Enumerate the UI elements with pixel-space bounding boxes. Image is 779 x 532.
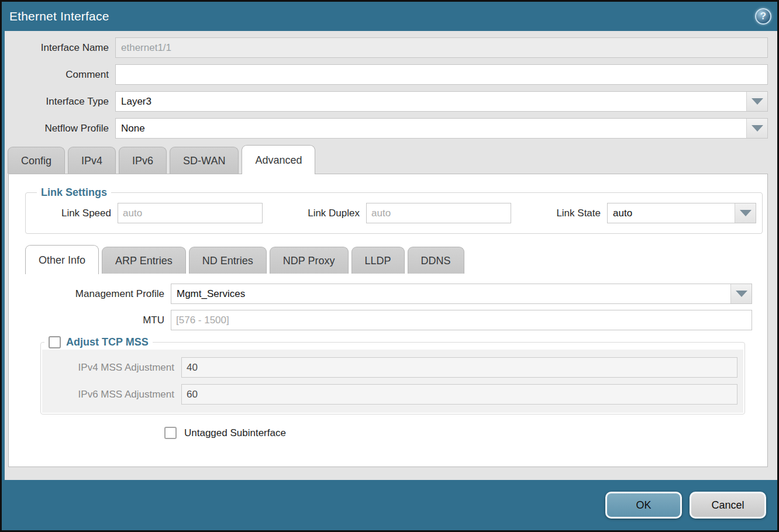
link-speed-label: Link Speed — [32, 208, 118, 219]
ipv4-mss-label: IPv4 MSS Adjustment — [42, 362, 181, 374]
interface-name-row: Interface Name ethernet1/1 — [6, 37, 768, 58]
link-duplex-input[interactable] — [366, 203, 511, 223]
other-info-panel: Management Profile Mgmt_Services MTU Adj… — [17, 284, 759, 439]
mtu-label: MTU — [17, 315, 171, 326]
dialog-title: Ethernet Interface — [9, 9, 109, 23]
management-profile-dropdown-button[interactable] — [730, 284, 752, 303]
subtab-other-info[interactable]: Other Info — [25, 245, 99, 274]
adjust-tcp-mss-checkbox[interactable] — [49, 336, 61, 348]
untagged-subinterface-checkbox[interactable] — [164, 427, 177, 439]
link-settings-fieldset: Link Settings Link Speed Link Duplex Lin… — [25, 186, 763, 234]
interface-name-field: ethernet1/1 — [115, 37, 768, 58]
link-state-dropdown-button[interactable] — [735, 203, 756, 223]
untagged-subinterface-label: Untagged Subinterface — [184, 427, 286, 439]
subtab-ndp-proxy[interactable]: NDP Proxy — [270, 247, 349, 274]
tab-ipv4[interactable]: IPv4 — [68, 147, 116, 174]
chevron-down-icon — [752, 98, 763, 105]
ipv6-mss-input — [181, 384, 737, 405]
ipv6-mss-label: IPv6 MSS Adjustment — [42, 389, 181, 400]
chevron-down-icon — [752, 125, 763, 132]
tab-config[interactable]: Config — [8, 147, 65, 174]
subtab-lldp[interactable]: LLDP — [351, 247, 405, 274]
advanced-tab-panel: Link Settings Link Speed Link Duplex Lin… — [8, 174, 768, 467]
interface-type-row: Interface Type Layer3 — [6, 91, 768, 112]
management-profile-value: Mgmt_Services — [177, 288, 730, 300]
ipv4-mss-input — [181, 357, 737, 378]
netflow-profile-dropdown[interactable]: None — [115, 118, 768, 139]
comment-label: Comment — [6, 69, 115, 81]
comment-input[interactable] — [115, 64, 768, 85]
dialog-footer: OK Cancel — [2, 480, 777, 530]
management-profile-row: Management Profile Mgmt_Services — [17, 284, 759, 304]
subtab-arp-entries[interactable]: ARP Entries — [102, 247, 186, 274]
interface-type-dropdown-button[interactable] — [746, 92, 767, 111]
link-state-dropdown[interactable]: auto — [607, 203, 756, 223]
netflow-profile-dropdown-button[interactable] — [746, 119, 767, 138]
ok-button[interactable]: OK — [605, 492, 682, 519]
interface-name-value: ethernet1/1 — [121, 42, 171, 54]
untagged-subinterface-row: Untagged Subinterface — [164, 427, 759, 439]
netflow-profile-label: Netflow Profile — [6, 123, 115, 134]
mtu-input[interactable] — [171, 310, 752, 330]
tab-ipv6[interactable]: IPv6 — [119, 147, 167, 174]
mtu-row: MTU — [17, 310, 759, 330]
interface-name-label: Interface Name — [6, 42, 115, 54]
link-settings-legend: Link Settings — [37, 186, 111, 199]
link-state-label: Link State — [519, 208, 607, 219]
adjust-tcp-mss-legend: Adjust TCP MSS — [44, 336, 153, 348]
link-duplex-label: Link Duplex — [273, 208, 366, 219]
sub-tab-bar: Other Info ARP Entries ND Entries NDP Pr… — [25, 245, 759, 274]
link-speed-input[interactable] — [118, 203, 263, 223]
tab-sd-wan[interactable]: SD-WAN — [170, 147, 239, 174]
adjust-tcp-mss-fieldset: Adjust TCP MSS IPv4 MSS Adjustment IPv6 … — [40, 336, 745, 414]
main-tab-bar: Config IPv4 IPv6 SD-WAN Advanced — [8, 145, 777, 174]
comment-row: Comment — [6, 64, 768, 85]
dialog-titlebar: Ethernet Interface ? — [2, 2, 777, 31]
interface-type-label: Interface Type — [6, 96, 115, 108]
adjust-tcp-mss-label: Adjust TCP MSS — [66, 336, 149, 348]
interface-type-value: Layer3 — [121, 96, 746, 108]
ipv4-mss-row: IPv4 MSS Adjustment — [42, 357, 737, 378]
ipv6-mss-row: IPv6 MSS Adjustment — [42, 384, 737, 405]
netflow-profile-row: Netflow Profile None — [6, 118, 768, 139]
management-profile-label: Management Profile — [17, 288, 171, 300]
link-state-value: auto — [613, 208, 735, 219]
management-profile-dropdown[interactable]: Mgmt_Services — [171, 284, 752, 304]
cancel-button[interactable]: Cancel — [690, 492, 766, 519]
netflow-profile-value: None — [121, 123, 746, 134]
link-settings-row: Link Speed Link Duplex Link State auto — [32, 203, 756, 223]
chevron-down-icon — [736, 291, 747, 297]
tab-advanced[interactable]: Advanced — [242, 145, 315, 174]
interface-form: Interface Name ethernet1/1 Comment Inter… — [2, 31, 777, 145]
ethernet-interface-dialog: Ethernet Interface ? Interface Name ethe… — [2, 2, 777, 530]
interface-type-dropdown[interactable]: Layer3 — [115, 91, 768, 112]
adjust-tcp-mss-body: IPv4 MSS Adjustment IPv6 MSS Adjustment — [42, 350, 743, 413]
chevron-down-icon — [740, 210, 752, 216]
subtab-nd-entries[interactable]: ND Entries — [189, 247, 267, 274]
help-icon[interactable]: ? — [755, 8, 771, 25]
subtab-ddns[interactable]: DDNS — [408, 247, 464, 274]
footer-gap — [2, 467, 777, 480]
